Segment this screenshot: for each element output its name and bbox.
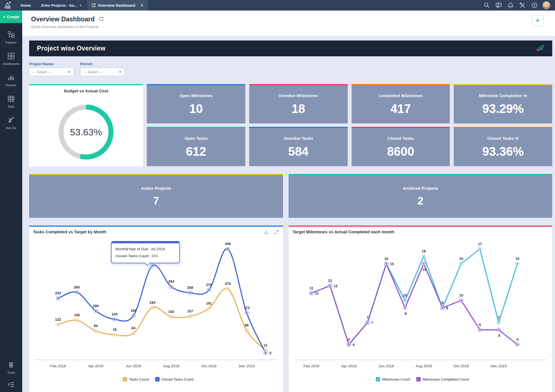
page-title: Overview Dashboard <box>31 16 95 23</box>
tools-icon[interactable] <box>518 1 527 10</box>
kpi-card-closed-tasks-[interactable]: Closed Tasks %93.36% <box>454 127 552 166</box>
data-label: 17 <box>478 242 482 246</box>
x-tick-label: Apr 2019 <box>88 364 104 368</box>
kpi-card-overdue-tasks[interactable]: Overdue Tasks584 <box>249 127 348 166</box>
kpi-value: 8600 <box>387 145 414 158</box>
legend-checkbox-icon[interactable]: ✓ <box>416 377 421 381</box>
avatar-photo <box>543 1 550 9</box>
sidebar-item-trash[interactable]: Trash <box>7 361 15 374</box>
chart-type-icon[interactable] <box>264 229 269 236</box>
line-chart-plot[interactable]: Feb 2019Apr 2019Jun 2019Aug 2019Oct 2019… <box>292 236 548 376</box>
kpi-label: Overdue Milestones <box>279 93 318 98</box>
data-label: 140 <box>74 313 80 317</box>
add-widget-button[interactable]: + <box>532 15 543 26</box>
tab-overview-dashboard[interactable]: Overview Dashboard ✕ <box>87 0 148 11</box>
data-label: 9 <box>442 301 443 305</box>
data-label: 194 <box>149 300 155 305</box>
refresh-icon[interactable] <box>99 16 104 23</box>
data-icon <box>7 95 15 103</box>
widget-active-projects[interactable]: Active Projects7 <box>29 174 283 218</box>
expand-chart-icon[interactable] <box>274 229 279 236</box>
chart-tooltip: Month&Year of Due:Jul 2019 Closed Tasks … <box>111 241 180 263</box>
x-tick-label: Aug 2019 <box>416 364 432 368</box>
data-label: 4 <box>352 343 355 347</box>
kpi-card-milestone-completion-[interactable]: Milestone Completion %93.29% <box>454 84 552 123</box>
data-label: 10 <box>403 293 407 297</box>
period-select[interactable]: --- Select ---▼ <box>80 68 125 76</box>
target-vs-actual-milestones-chart[interactable]: Target Milestones vs Actual Completed ea… <box>289 226 552 392</box>
project-name-select[interactable]: --- Select ---▼ <box>29 68 74 76</box>
page-subtitle: Quick Overview dashboard of the Projects <box>31 25 555 29</box>
legend-label: Tasks Count <box>129 377 149 381</box>
nav-home[interactable]: Home <box>16 0 36 11</box>
help-icon[interactable]: ? <box>530 1 539 10</box>
data-label: 16 <box>422 249 426 253</box>
widget-value: 2 <box>417 195 423 207</box>
feedback-icon[interactable] <box>494 1 503 10</box>
legend-checkbox-icon[interactable]: ✓ <box>376 377 380 381</box>
legend-checkbox-icon[interactable]: ✓ <box>123 377 127 381</box>
kpi-value: 18 <box>292 102 305 116</box>
widget-label: Archived Projects <box>403 186 438 191</box>
chevron-down-icon: ▼ <box>119 70 122 74</box>
legend-item-milestones-completed-count[interactable]: ✓Milestones Completed Count <box>416 377 469 381</box>
sidebar-item-label: Explorer <box>6 41 17 44</box>
data-label: 9 <box>446 306 448 310</box>
sidebar-item-explorer[interactable]: Explorer <box>0 31 22 44</box>
kpi-label: Open Tasks <box>184 136 208 141</box>
zoho-analytics-app: Home Zoho Projects - Sa...▼ Overview Das… <box>0 0 555 392</box>
data-label: 84 <box>132 326 136 330</box>
data-label: 96 <box>245 323 249 327</box>
chevron-down-icon: ▼ <box>79 4 82 7</box>
data-label: 7 <box>367 315 369 320</box>
banner-title: Project wise Overview <box>37 45 105 52</box>
data-label: 78 <box>113 328 117 332</box>
data-label: 446 <box>225 242 231 246</box>
kpi-value: 584 <box>288 145 308 158</box>
data-label: 11 <box>264 343 268 347</box>
sidebar-item-label: Data <box>8 105 14 108</box>
sidebar-item-dashboards[interactable]: Dashboards <box>0 52 22 65</box>
zoho-analytics-logo[interactable] <box>0 0 16 11</box>
legend-label: Closed Tasks Count <box>162 377 193 381</box>
kpi-value: 93.29% <box>482 102 524 116</box>
budget-vs-actual-cost-widget[interactable]: Budget vs Actual Cost 53.63% <box>29 84 143 166</box>
chevron-down-icon: ▼ <box>68 70 70 74</box>
legend-item-milestones-count[interactable]: ✓Milestones Count <box>376 377 410 381</box>
kpi-label: Completed Milestones <box>379 93 423 98</box>
dashboards-icon <box>7 52 15 61</box>
tasks-completed-vs-target-chart[interactable]: Tasks Completed vs Target by Month Month… <box>29 226 283 392</box>
kpi-card-closed-tasks[interactable]: Closed Tasks8600 <box>352 127 450 166</box>
data-label: 15 <box>515 257 519 261</box>
legend-item-tasks-count[interactable]: ✓Tasks Count <box>123 377 149 381</box>
data-label: 94 <box>94 324 98 328</box>
data-label: 260 <box>74 285 80 289</box>
data-label: 157 <box>187 309 193 313</box>
nav-workspace-dropdown[interactable]: Zoho Projects - Sa...▼ <box>36 0 87 11</box>
data-label: 275 <box>225 282 231 286</box>
sidebar-item-ask-zia[interactable]: ZAsk Zia <box>0 117 22 130</box>
sidebar-item-data[interactable]: Data <box>0 95 22 108</box>
search-icon[interactable] <box>482 1 491 10</box>
legend-checkbox-icon[interactable]: ✓ <box>155 377 160 381</box>
x-tick-label: Feb 2019 <box>50 364 66 368</box>
user-avatar[interactable] <box>542 1 551 10</box>
notifications-icon[interactable] <box>506 1 515 10</box>
collapse-sidebar-icon[interactable] <box>7 381 15 388</box>
close-tab-icon[interactable]: ✕ <box>141 3 144 7</box>
data-label: 258 <box>187 285 193 290</box>
data-label: 234 <box>55 291 61 295</box>
kpi-card-overdue-milestones[interactable]: Overdue Milestones18 <box>249 84 348 123</box>
kpi-card-open-tasks[interactable]: Open Tasks612 <box>147 127 245 166</box>
kpi-card-completed-milestones[interactable]: Completed Milestones417 <box>352 84 450 123</box>
widget-label: Active Projects <box>141 186 171 191</box>
create-button[interactable]: +Create <box>0 11 22 23</box>
kpi-card-open-milestones[interactable]: Open Milestones10 <box>147 84 245 123</box>
chart-legend: ✓Milestones Count✓Milestones Completed C… <box>292 377 552 381</box>
data-label: 122 <box>55 317 61 322</box>
widget-archived-projects[interactable]: Archived Projects2 <box>289 174 552 218</box>
legend-item-closed-tasks-count[interactable]: ✓Closed Tasks Count <box>155 377 193 381</box>
ask-zia-icon: Z <box>7 117 15 125</box>
sidebar-item-reports[interactable]: Reports <box>0 74 22 87</box>
projects-logo-icon <box>535 43 544 54</box>
